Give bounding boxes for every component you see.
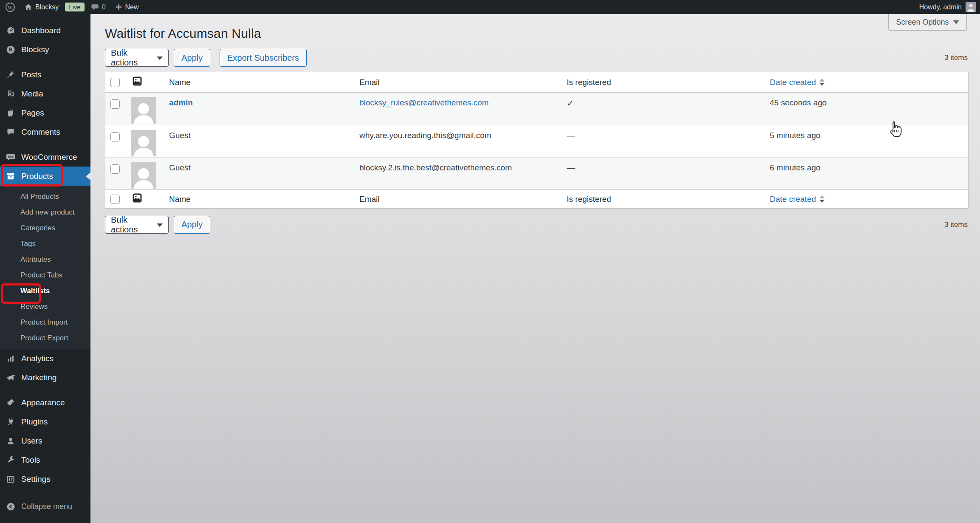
export-subscribers-button[interactable]: Export Subscribers bbox=[220, 49, 307, 67]
not-registered-dash-icon: — bbox=[567, 131, 575, 140]
submenu-item-all-products[interactable]: All Products bbox=[0, 189, 90, 204]
sidebar-item-posts[interactable]: Posts bbox=[0, 65, 90, 84]
comment-count: 0 bbox=[102, 3, 106, 11]
top-controls: Bulk actions Apply Export Subscribers 3 … bbox=[105, 49, 968, 67]
bulk-actions-select[interactable]: Bulk actions bbox=[105, 49, 169, 67]
sidebar-item-appearance[interactable]: Appearance bbox=[0, 393, 90, 412]
sidebar-item-label: Users bbox=[21, 436, 42, 446]
howdy-label[interactable]: Howdy, admin bbox=[919, 3, 962, 11]
row-checkbox[interactable] bbox=[110, 99, 120, 109]
sidebar-item-comments[interactable]: Comments bbox=[0, 122, 90, 141]
submenu-item-reviews[interactable]: Reviews bbox=[0, 299, 90, 314]
select-all-checkbox[interactable] bbox=[110, 195, 120, 204]
submenu-item-add-new-product[interactable]: Add new product bbox=[0, 204, 90, 220]
bulk-actions-label: Bulk actions bbox=[111, 48, 150, 68]
select-all-checkbox[interactable] bbox=[110, 78, 120, 87]
sidebar-item-media[interactable]: Media bbox=[0, 84, 90, 103]
admin-bar: W Blocksy Live 0 New Howdy, admin bbox=[0, 0, 980, 14]
subscriber-name: Guest bbox=[169, 131, 191, 140]
sidebar-item-label: Settings bbox=[21, 475, 51, 484]
sidebar-item-label: Plugins bbox=[21, 417, 48, 427]
image-column-icon bbox=[132, 76, 143, 87]
sidebar-item-analytics[interactable]: Analytics bbox=[0, 349, 90, 368]
avatar bbox=[131, 97, 156, 124]
plugins-icon bbox=[6, 417, 15, 427]
products-submenu: All Products Add new product Categories … bbox=[0, 186, 90, 349]
submenu-item-categories[interactable]: Categories bbox=[0, 220, 90, 236]
avatar bbox=[131, 130, 156, 156]
collapse-menu-button[interactable]: Collapse menu bbox=[0, 497, 90, 516]
image-column-icon bbox=[132, 192, 143, 204]
screen-options-label: Screen Options bbox=[896, 18, 949, 27]
sidebar-item-products[interactable]: Products bbox=[0, 167, 90, 186]
avatar bbox=[131, 162, 156, 189]
table-footer-row: Name Email Is registered Date created bbox=[105, 189, 968, 208]
bulk-actions-select-bottom[interactable]: Bulk actions bbox=[105, 216, 169, 234]
page-title: Waitlist for Accumsan Nulla bbox=[105, 26, 968, 41]
media-icon bbox=[6, 89, 15, 99]
admin-sidebar: Dashboard B Blocksy Posts Media bbox=[0, 14, 90, 523]
sidebar-item-pages[interactable]: Pages bbox=[0, 103, 90, 122]
pages-icon bbox=[6, 108, 15, 118]
sidebar-item-label: Dashboard bbox=[21, 26, 61, 35]
sidebar-item-plugins[interactable]: Plugins bbox=[0, 412, 90, 431]
plus-icon bbox=[115, 3, 122, 11]
sidebar-item-label: Marketing bbox=[21, 373, 56, 382]
new-content-button[interactable]: New bbox=[110, 0, 144, 14]
menu-separator bbox=[0, 59, 90, 65]
home-icon bbox=[24, 3, 32, 11]
woocommerce-icon: Woo bbox=[6, 153, 15, 162]
apply-button[interactable]: Apply bbox=[174, 49, 210, 67]
submenu-item-product-import[interactable]: Product Import bbox=[0, 314, 90, 330]
submenu-item-product-export[interactable]: Product Export bbox=[0, 330, 90, 346]
sidebar-item-users[interactable]: Users bbox=[0, 431, 90, 450]
row-checkbox[interactable] bbox=[110, 164, 120, 174]
column-header-name: Name bbox=[164, 72, 356, 93]
sidebar-item-label: Appearance bbox=[21, 398, 65, 407]
submenu-item-product-tabs[interactable]: Product Tabs bbox=[0, 267, 90, 283]
comments-indicator[interactable]: 0 bbox=[86, 0, 110, 14]
comment-bubble-icon bbox=[91, 3, 99, 11]
date-created-value: 45 seconds ago bbox=[770, 98, 827, 107]
svg-text:Woo: Woo bbox=[8, 155, 14, 158]
subscriber-name-link[interactable]: admin bbox=[169, 98, 193, 107]
registered-check-icon: ✓ bbox=[567, 99, 574, 108]
site-link[interactable]: Blocksy bbox=[20, 0, 63, 14]
wordpress-menu-button[interactable]: W bbox=[0, 0, 20, 14]
collapse-arrow-icon bbox=[6, 502, 15, 512]
apply-button-bottom[interactable]: Apply bbox=[174, 216, 210, 234]
submenu-item-attributes[interactable]: Attributes bbox=[0, 252, 90, 267]
settings-icon bbox=[6, 475, 15, 484]
column-header-date-sort[interactable]: Date created bbox=[770, 78, 825, 87]
wordpress-admin: W Blocksy Live 0 New Howdy, admin bbox=[0, 0, 980, 523]
subscriber-email: blocksy.2.is.the.best@creativethemes.com bbox=[359, 163, 512, 172]
table-row: admin blocksy_rules@creativethemes.com ✓… bbox=[105, 93, 968, 125]
screen-options-button[interactable]: Screen Options bbox=[888, 14, 967, 31]
export-subscribers-label: Export Subscribers bbox=[227, 53, 299, 63]
sidebar-item-label: Products bbox=[21, 172, 53, 181]
date-created-label: Date created bbox=[770, 195, 816, 204]
sidebar-item-woocommerce[interactable]: Woo WooCommerce bbox=[0, 147, 90, 167]
sidebar-item-label: Analytics bbox=[21, 354, 54, 363]
sidebar-item-label: Media bbox=[21, 89, 43, 99]
sidebar-item-blocksy[interactable]: B Blocksy bbox=[0, 40, 90, 59]
menu-separator bbox=[0, 141, 90, 147]
column-header-registered: Is registered bbox=[558, 189, 765, 208]
submenu-item-waitlists[interactable]: Waitlists bbox=[0, 283, 90, 299]
waitlist-table: Name Email Is registered Date created ad… bbox=[105, 72, 969, 209]
table-row: Guest why.are.you.reading.this@gmail.com… bbox=[105, 125, 968, 157]
row-checkbox[interactable] bbox=[110, 132, 120, 141]
sidebar-item-tools[interactable]: Tools bbox=[0, 450, 90, 469]
chevron-down-icon bbox=[157, 223, 163, 227]
column-header-email: Email bbox=[356, 72, 558, 93]
users-icon bbox=[6, 436, 15, 446]
column-header-date-sort[interactable]: Date created bbox=[770, 195, 825, 204]
date-created-label: Date created bbox=[770, 78, 816, 87]
sidebar-item-marketing[interactable]: Marketing bbox=[0, 368, 90, 387]
sidebar-item-settings[interactable]: Settings bbox=[0, 469, 90, 489]
user-avatar[interactable] bbox=[966, 2, 976, 12]
subscriber-email-link[interactable]: blocksy_rules@creativethemes.com bbox=[359, 98, 489, 107]
subscriber-name: Guest bbox=[169, 163, 191, 172]
submenu-item-tags[interactable]: Tags bbox=[0, 236, 90, 252]
sidebar-item-dashboard[interactable]: Dashboard bbox=[0, 21, 90, 40]
